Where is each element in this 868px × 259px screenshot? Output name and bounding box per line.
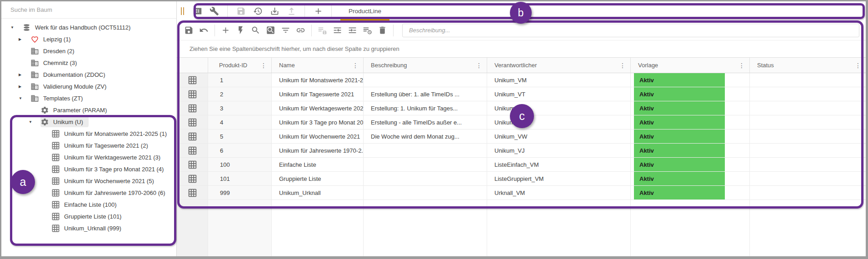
save-layout-icon: [318, 25, 327, 35]
tree-item[interactable]: ▼ Werk für das Handbuch (OCT51112): [1, 21, 176, 33]
grid-icon: [51, 177, 60, 185]
column-menu-icon[interactable]: ⋮: [352, 62, 359, 69]
tree-item[interactable]: Unikum für Jahreswerte 1970-2060 (6): [1, 187, 176, 199]
table-row[interactable]: 999 Unikum_Urknall Urknall_VM Aktiv: [177, 186, 866, 200]
table-row[interactable]: 1 Unikum für Monatswerte 2021-2... Uniku…: [177, 73, 866, 87]
tree-item[interactable]: Gruppierte Liste (101): [1, 210, 176, 222]
cell-beschreibung: [364, 144, 487, 158]
upload-button[interactable]: [284, 4, 298, 18]
tree-item[interactable]: ▶ Validierung Module (ZV): [1, 80, 176, 92]
restore-button[interactable]: [251, 4, 264, 18]
column-menu-icon[interactable]: ⋮: [619, 62, 626, 69]
grid-save-button[interactable]: [181, 23, 196, 38]
table-row[interactable]: 100 Einfache Liste ListeEinfach_VM Aktiv: [177, 158, 866, 172]
row-type-cell: [177, 186, 208, 200]
header-produkt-id[interactable]: Produkt-ID⋮: [208, 58, 272, 73]
undo-button[interactable]: [196, 23, 211, 38]
table-row[interactable]: 2 Unikum für Tageswerte 2021 Erstellung …: [177, 87, 866, 101]
quick-action-button[interactable]: [233, 23, 248, 38]
column-menu-icon[interactable]: ⋮: [476, 62, 482, 69]
tree-item[interactable]: Chemnitz (3): [1, 57, 176, 69]
grid-icon: [188, 104, 197, 113]
tree-item[interactable]: Einfache Liste (100): [1, 199, 176, 210]
column-menu-icon[interactable]: ⋮: [738, 62, 745, 69]
header-verantwortlicher[interactable]: Verantwortlicher⋮: [487, 58, 631, 73]
save-layout-button[interactable]: [315, 23, 330, 38]
cell-beschreibung: Erstellung - alle TimeIDs außer e...: [364, 115, 487, 130]
header-name[interactable]: Name⋮: [272, 58, 364, 73]
tree-item-label: Gruppierte Liste (101): [64, 213, 121, 220]
group-panel[interactable]: Ziehen Sie eine Spaltenüberschrift hierh…: [177, 40, 866, 58]
table-row[interactable]: 5 Unikum für Wochenwerte 2021 Die Woche …: [177, 130, 866, 144]
link-button[interactable]: [293, 23, 308, 38]
tree-item-body: Parameter (PARAM): [40, 105, 110, 115]
download-button[interactable]: [268, 4, 281, 18]
wrench-icon: [210, 6, 219, 16]
save-button[interactable]: [234, 4, 248, 18]
tree-item[interactable]: ▼ Unikum (U): [1, 116, 176, 128]
expand-all-button[interactable]: [345, 23, 360, 38]
cell-produkt-id: 999: [208, 186, 272, 200]
expander-arrow[interactable]: ▼: [19, 96, 30, 100]
pane-splitter-handle[interactable]: [181, 1, 184, 20]
add-row-button[interactable]: [218, 23, 233, 38]
tree-item[interactable]: ▼ Templates (ZT): [1, 92, 176, 104]
grid-empty-area: [177, 200, 866, 256]
table-row[interactable]: 6 Unikum für Jahreswerte 1970-2... Uniku…: [177, 144, 866, 158]
link-icon: [296, 25, 305, 35]
cell-beschreibung: [364, 158, 487, 172]
table-row[interactable]: 3 Unikum für Werktageswerte 2021 Erstell…: [177, 101, 866, 115]
expander-arrow[interactable]: ▶: [19, 73, 30, 77]
tree-item[interactable]: Dresden (2): [1, 45, 176, 57]
top-toolbar-icons: [190, 4, 335, 18]
tree-item-body: Werk für das Handbuch (OCT51112): [22, 22, 133, 33]
tab-label: ProductLine: [349, 8, 381, 15]
expander-arrow[interactable]: ▼: [10, 25, 22, 30]
collapse-all-button[interactable]: [330, 23, 345, 38]
table-row[interactable]: 101 Gruppierte Liste ListeGruppiert_VM A…: [177, 172, 866, 186]
tree-item[interactable]: Parameter (PARAM): [1, 104, 176, 116]
table-row[interactable]: 4 Unikum für 3 Tage pro Monat 20... Erst…: [177, 115, 866, 130]
tab-productline[interactable]: ProductLine: [340, 1, 389, 20]
cell-verantwortlicher: ListeGruppiert_VM: [487, 172, 631, 186]
expander-arrow[interactable]: ▼: [29, 120, 40, 124]
delete-button[interactable]: [375, 23, 390, 38]
header-beschreibung[interactable]: Beschreibung⋮: [364, 58, 487, 73]
grid-icon: [51, 212, 60, 221]
status-badge: Aktiv: [634, 87, 725, 101]
add-tab-button[interactable]: [311, 4, 325, 18]
cell-status: [750, 115, 866, 130]
settings-wrench-button[interactable]: [207, 4, 221, 18]
search-input[interactable]: [1, 1, 176, 18]
header-status[interactable]: Status⋮: [750, 58, 866, 73]
column-menu-icon[interactable]: ⋮: [855, 62, 861, 69]
tree-item[interactable]: Unikum_Urknall (999): [1, 222, 176, 234]
tree-item[interactable]: Unikum für Werktageswerte 2021 (3): [1, 151, 176, 163]
description-input[interactable]: [402, 24, 859, 37]
filter-button[interactable]: [278, 23, 293, 38]
tree-item[interactable]: Unikum für Tageswerte 2021 (2): [1, 139, 176, 151]
tree-item-label: Unikum für Jahreswerte 1970-2060 (6): [64, 189, 165, 196]
search-button[interactable]: [248, 23, 263, 38]
form-panel-button[interactable]: [190, 4, 204, 18]
cell-verantwortlicher: Unikum_VJ: [487, 144, 631, 158]
tree-item[interactable]: ▶ Dokumentation (ZDOC): [1, 69, 176, 80]
search-panel-button[interactable]: [263, 23, 278, 38]
trash-icon: [378, 25, 387, 35]
expander-arrow[interactable]: ▶: [19, 37, 30, 41]
tree-item[interactable]: Unikum für 3 Tage pro Monat 2021 (4): [1, 163, 176, 175]
column-menu-icon[interactable]: ⋮: [260, 62, 267, 69]
expander-arrow[interactable]: ▶: [19, 85, 30, 89]
grid-icon: [188, 75, 197, 85]
toolbar-divider: [215, 25, 215, 36]
status-badge: Aktiv: [634, 73, 725, 87]
search-box-icon: [266, 25, 275, 35]
tree-item[interactable]: Unikum für Wochenwerte 2021 (5): [1, 175, 176, 187]
top-toolbar: ProductLine: [177, 1, 866, 20]
tree-item[interactable]: Unikum für Monatswerte 2021-2025 (1): [1, 128, 176, 139]
tree-item[interactable]: ▶ Leipzig (1): [1, 33, 176, 45]
header-vorlage[interactable]: Vorlage⋮: [631, 58, 750, 73]
history-list-button[interactable]: [360, 23, 375, 38]
tree-item-label: Unikum für 3 Tage pro Monat 2021 (4): [64, 166, 164, 173]
cell-produkt-id: 3: [208, 101, 272, 115]
